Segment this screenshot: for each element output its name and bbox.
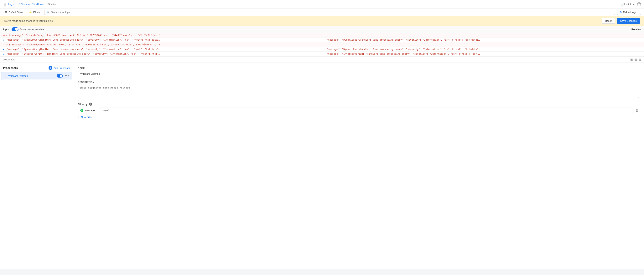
change-banner: You've made some changes to your pipelin…	[0, 16, 644, 26]
log-row: − > {"message": "executeQuery: Read 671 …	[0, 42, 644, 47]
hamburger-icon: ☰	[5, 11, 8, 14]
breadcrumb-logs[interactable]: Logs	[8, 3, 14, 5]
log-row-split: ▶ {"message": "InterserverIOHTTPHandler:…	[0, 52, 644, 56]
processor-toggle[interactable]	[56, 74, 63, 77]
input-preview-header: Input Show processed data Preview	[0, 26, 644, 33]
reload-icon: ↻	[620, 11, 622, 14]
log-text: {"message": "DynamicQueryHandler: Done p…	[6, 48, 160, 51]
default-view-label: Default View	[9, 11, 23, 14]
breadcrumb-current: Pipeline	[48, 3, 56, 5]
time-range[interactable]: 🕐 Last 1 hr	[620, 3, 634, 5]
log-text-preview: {"message": "DynamicQueryHandler: Done p…	[325, 38, 480, 41]
breadcrumb: 📋 Logs › US.Common.ClickHouse › Pipeline	[3, 2, 56, 6]
drag-handle-icon: ⠿	[4, 74, 6, 77]
delete-filter-icon[interactable]: 🗑	[635, 108, 640, 113]
chevron-down-icon: ▾	[638, 11, 638, 13]
filter-value-input[interactable]	[99, 108, 633, 113]
bottom-section: Processors + Add Processor ⠿ Wildcard Ex…	[0, 63, 644, 269]
filter-by-label: Filter by	[78, 103, 88, 106]
new-filter-button[interactable]: + New Filter	[78, 115, 92, 119]
log-view-icons: ▣ ⊞ ⊟	[630, 58, 641, 61]
log-col-left: ▶ {"message": "InterserverIOHTTPHandler:…	[0, 52, 322, 56]
filter-field-tag[interactable]: + message	[78, 108, 97, 113]
log-col-right: {"message": "DynamicQueryHandler: Done p…	[322, 38, 644, 42]
log-count: 10 logs total	[3, 58, 16, 61]
processor-item-wildcard[interactable]: ⠿ Wildcard Example •••	[1, 72, 72, 79]
expand-icon[interactable]: ▶	[3, 48, 4, 51]
log-col-right: {"message": "InterserverIOHTTPHandler: D…	[322, 52, 644, 56]
logs-footer: 10 logs total ▣ ⊞ ⊟	[0, 56, 644, 62]
log-col-left: ▶ {"message": "DynamicQueryHandler: Done…	[0, 47, 322, 51]
description-field-label: Description	[78, 81, 640, 83]
log-row-split: ▶ {"message": "DynamicQueryHandler: Done…	[0, 38, 644, 42]
nav-right: 🕐 Last 1 hr ?	[620, 2, 641, 6]
breadcrumb-source[interactable]: US.Common.ClickHouse	[17, 3, 44, 5]
expand-icon[interactable]: ▶	[3, 39, 4, 41]
log-col-left: ▶ {"message": "DynamicQueryHandler: Done…	[0, 38, 322, 42]
description-field: Description	[78, 81, 640, 99]
detail-panel: Name Description Filter by i + message 🗑	[73, 63, 644, 269]
preview-label: Preview	[632, 28, 641, 31]
log-text-preview: {"message": "InterserverIOHTTPHandler: D…	[325, 52, 480, 55]
input-section: Input Show processed data	[3, 27, 632, 31]
reload-label: Reload logs	[623, 11, 636, 14]
new-filter-label: New Filter	[81, 116, 92, 119]
show-processed-toggle[interactable]	[12, 27, 18, 31]
input-label: Input	[3, 28, 9, 31]
name-field-label: Name	[78, 67, 640, 69]
logs-icon: 📋	[3, 2, 7, 6]
description-textarea[interactable]	[78, 85, 640, 98]
log-row-split: ▶ {"message": "DynamicQueryHandler: Done…	[0, 47, 644, 52]
filter-by-row: Filter by i	[78, 103, 640, 106]
log-col-right: {"message": "DynamicQueryHandler: Done p…	[322, 47, 644, 51]
show-processed-label: Show processed data	[20, 28, 44, 31]
collapse-icon[interactable]: −	[3, 43, 5, 46]
filters-button[interactable]: ⚡ Filters	[27, 10, 42, 15]
add-processor-label: Add Processor	[54, 67, 70, 69]
breadcrumb-sep-1: ›	[15, 3, 16, 5]
expand-view-icon[interactable]: ⊟	[638, 58, 641, 61]
add-processor-icon: +	[48, 66, 52, 70]
banner-message: You've made some changes to your pipelin…	[4, 19, 53, 22]
processor-menu-icon[interactable]: •••	[65, 74, 69, 77]
log-text: > {"message": "executeQuery: Read 63069 …	[6, 34, 162, 36]
reset-button[interactable]: Reset	[602, 18, 615, 24]
default-view-button[interactable]: ☰ Default View	[3, 10, 25, 15]
name-field: Name	[78, 67, 640, 77]
banner-actions: Reset Save Changes	[602, 18, 640, 24]
name-input[interactable]	[78, 71, 640, 77]
log-row: − > {"message": "executeQuery: Read 6306…	[0, 33, 644, 38]
toolbar: ☰ Default View ⚡ Filters 🔍 ↻ Reload logs…	[0, 8, 644, 16]
reload-button[interactable]: ↻ Reload logs ▾	[617, 10, 641, 15]
processor-name: Wildcard Example	[8, 74, 56, 77]
log-area: − > {"message": "executeQuery: Read 6306…	[0, 33, 644, 63]
log-text: > {"message": "executeQuery: Read 671 ro…	[6, 43, 162, 46]
collapse-icon[interactable]: −	[3, 34, 5, 37]
search-input[interactable]	[51, 11, 613, 14]
add-processor-button[interactable]: + Add Processor	[48, 66, 70, 70]
show-processed-toggle-wrap: Show processed data	[12, 27, 44, 31]
expand-icon[interactable]: ▶	[3, 53, 4, 55]
breadcrumb-sep-2: ›	[46, 3, 46, 5]
search-icon: 🔍	[46, 11, 50, 14]
clock-icon: 🕐	[620, 3, 624, 5]
help-icon[interactable]: ?	[637, 2, 641, 6]
processors-title: Processors	[3, 66, 18, 69]
filter-field-name: message	[84, 109, 95, 112]
log-text: {"message": "InterserverIOHTTPHandler: D…	[6, 52, 160, 55]
list-view-icon[interactable]: ▣	[630, 58, 633, 61]
filter-info-icon[interactable]: i	[89, 103, 92, 106]
search-box: 🔍	[44, 10, 615, 15]
log-text: {"message": "DynamicQueryHandler: Done p…	[6, 38, 160, 41]
top-nav: 📋 Logs › US.Common.ClickHouse › Pipeline…	[0, 0, 644, 8]
filter-row-1: + message 🗑	[78, 108, 640, 113]
save-changes-button[interactable]: Save Changes	[617, 18, 640, 24]
processors-panel: Processors + Add Processor ⠿ Wildcard Ex…	[0, 63, 73, 269]
processors-header: Processors + Add Processor	[0, 66, 73, 72]
time-label: Last 1 hr	[624, 3, 634, 5]
filter-add-icon: +	[80, 109, 84, 112]
compact-view-icon[interactable]: ⊞	[634, 58, 637, 61]
filters-label: Filters	[33, 11, 40, 14]
log-text-preview: {"message": "DynamicQueryHandler: Done p…	[325, 48, 480, 51]
new-filter-plus-icon: +	[78, 115, 80, 119]
